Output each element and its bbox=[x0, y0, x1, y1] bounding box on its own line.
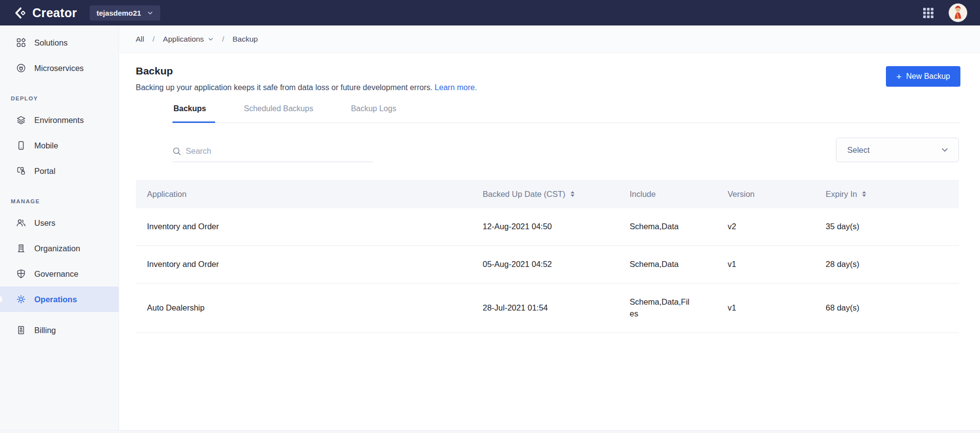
sidebar-item-governance[interactable]: Governance bbox=[0, 261, 119, 287]
include-value: Schema,Data,Files bbox=[630, 296, 692, 320]
page-header: Backup Backing up your application keeps… bbox=[119, 53, 980, 92]
column-label: Version bbox=[728, 190, 755, 199]
sidebar-item-label: Mobile bbox=[34, 141, 58, 150]
users-icon bbox=[16, 218, 26, 228]
column-header-include: Include bbox=[630, 190, 728, 199]
column-label: Expiry In bbox=[826, 190, 857, 199]
mobile-icon bbox=[16, 141, 26, 150]
sidebar-item-operations[interactable]: Operations bbox=[0, 287, 119, 312]
governance-icon bbox=[16, 269, 26, 279]
organization-icon bbox=[16, 243, 26, 253]
sidebar-item-organization[interactable]: Organization bbox=[0, 236, 119, 261]
sidebar: Solutions Microservices DEPLOY bbox=[0, 25, 119, 430]
sidebar-item-billing[interactable]: Billing bbox=[0, 317, 119, 343]
column-header-expiry-in[interactable]: Expiry In bbox=[826, 190, 959, 199]
sidebar-item-label: Operations bbox=[34, 295, 77, 304]
column-label: Backed Up Date (CST) bbox=[483, 190, 565, 199]
cell-include: Schema,Data bbox=[630, 246, 728, 283]
select-dropdown-label: Select bbox=[847, 145, 870, 155]
breadcrumb-separator: / bbox=[152, 35, 154, 44]
cell-expiry-in: 68 day(s) bbox=[826, 290, 959, 325]
sidebar-item-label: Governance bbox=[34, 269, 78, 279]
tab-backups[interactable]: Backups bbox=[172, 104, 215, 123]
column-header-application: Application bbox=[136, 190, 483, 199]
sidebar-item-mobile[interactable]: Mobile bbox=[0, 133, 119, 158]
cell-version: v2 bbox=[728, 209, 826, 244]
brand-name: Creator bbox=[32, 6, 77, 20]
column-header-version: Version bbox=[728, 190, 826, 199]
column-label: Application bbox=[147, 190, 187, 199]
cell-backed-up-date: 28-Jul-2021 01:54 bbox=[483, 290, 630, 325]
include-value: Schema,Data bbox=[630, 259, 679, 270]
new-backup-button[interactable]: + New Backup bbox=[886, 66, 960, 87]
cell-application: Auto Dealership bbox=[136, 290, 483, 325]
bottom-edge-strip bbox=[0, 430, 980, 433]
table-body: Inventory and Order 12-Aug-2021 04:50 Sc… bbox=[136, 208, 959, 333]
sort-icon[interactable] bbox=[570, 191, 575, 197]
backups-table: Application Backed Up Date (CST) Include bbox=[136, 180, 959, 333]
user-avatar[interactable] bbox=[949, 3, 967, 22]
apps-grid-icon[interactable] bbox=[923, 7, 934, 19]
page-description: Backing up your application keeps it saf… bbox=[136, 83, 477, 92]
select-dropdown[interactable]: Select bbox=[836, 138, 959, 162]
sidebar-item-label: Users bbox=[34, 218, 55, 228]
creator-backup-screen: Creator tejasdemo21 bbox=[0, 0, 980, 433]
tab-scheduled-backups[interactable]: Scheduled Backups bbox=[243, 104, 322, 123]
sidebar-item-solutions[interactable]: Solutions bbox=[0, 30, 119, 55]
cell-version: v1 bbox=[728, 247, 826, 282]
sidebar-section-manage: MANAGE bbox=[0, 184, 119, 210]
sidebar-collapse-handle[interactable] bbox=[0, 295, 3, 303]
filter-row: Select bbox=[172, 138, 959, 162]
cell-version: v1 bbox=[728, 290, 826, 325]
environments-icon bbox=[16, 115, 26, 125]
operations-gear-icon bbox=[16, 294, 26, 304]
plus-icon: + bbox=[896, 72, 902, 81]
workspace-switcher[interactable]: tejasdemo21 bbox=[90, 5, 160, 21]
sort-icon[interactable] bbox=[861, 191, 867, 197]
cell-backed-up-date: 05-Aug-2021 04:52 bbox=[483, 247, 630, 282]
breadcrumb: All / Applications / Backup bbox=[119, 25, 980, 53]
include-value: Schema,Data bbox=[630, 221, 679, 233]
search-box[interactable] bbox=[172, 146, 373, 162]
breadcrumb-backup: Backup bbox=[232, 35, 258, 44]
page-description-text: Backing up your application keeps it saf… bbox=[136, 83, 433, 92]
top-bar: Creator tejasdemo21 bbox=[0, 0, 980, 25]
main-content: All / Applications / Backup Backup Backi… bbox=[119, 25, 980, 430]
creator-logo-icon bbox=[14, 6, 27, 20]
sidebar-item-users[interactable]: Users bbox=[0, 210, 119, 236]
chevron-down-icon bbox=[208, 36, 214, 42]
portal-icon bbox=[16, 166, 26, 176]
search-icon bbox=[172, 147, 181, 156]
new-backup-button-label: New Backup bbox=[906, 72, 950, 81]
breadcrumb-applications-label: Applications bbox=[163, 35, 204, 44]
table-row[interactable]: Inventory and Order 05-Aug-2021 04:52 Sc… bbox=[136, 246, 959, 284]
cell-include: Schema,Data bbox=[630, 208, 728, 245]
column-header-backed-up-date[interactable]: Backed Up Date (CST) bbox=[483, 190, 630, 199]
sidebar-item-label: Solutions bbox=[34, 38, 68, 48]
column-label: Include bbox=[630, 190, 656, 199]
table-row[interactable]: Inventory and Order 12-Aug-2021 04:50 Sc… bbox=[136, 208, 959, 246]
solutions-icon bbox=[16, 38, 26, 48]
workspace-name: tejasdemo21 bbox=[97, 9, 141, 17]
backup-tabs: Backups Scheduled Backups Backup Logs bbox=[172, 104, 960, 123]
breadcrumb-all[interactable]: All bbox=[136, 35, 144, 44]
page-title: Backup bbox=[136, 65, 477, 77]
tab-backup-logs[interactable]: Backup Logs bbox=[350, 104, 405, 123]
sidebar-section-deploy: DEPLOY bbox=[0, 81, 119, 107]
cell-application: Inventory and Order bbox=[136, 247, 483, 282]
sidebar-item-label: Portal bbox=[34, 167, 55, 176]
cell-include: Schema,Data,Files bbox=[630, 284, 728, 333]
table-header-row: Application Backed Up Date (CST) Include bbox=[136, 180, 959, 208]
sidebar-item-label: Organization bbox=[34, 244, 80, 253]
creator-brand[interactable]: Creator bbox=[14, 6, 77, 20]
sidebar-item-label: Environments bbox=[34, 116, 84, 125]
table-row[interactable]: Auto Dealership 28-Jul-2021 01:54 Schema… bbox=[136, 284, 959, 333]
sidebar-item-portal[interactable]: Portal bbox=[0, 158, 119, 184]
learn-more-link[interactable]: Learn more. bbox=[435, 83, 477, 92]
sidebar-item-microservices[interactable]: Microservices bbox=[0, 55, 119, 81]
breadcrumb-applications[interactable]: Applications bbox=[163, 35, 214, 44]
billing-icon bbox=[16, 325, 26, 335]
cell-backed-up-date: 12-Aug-2021 04:50 bbox=[483, 209, 630, 244]
search-input[interactable] bbox=[186, 146, 373, 156]
sidebar-item-environments[interactable]: Environments bbox=[0, 107, 119, 133]
